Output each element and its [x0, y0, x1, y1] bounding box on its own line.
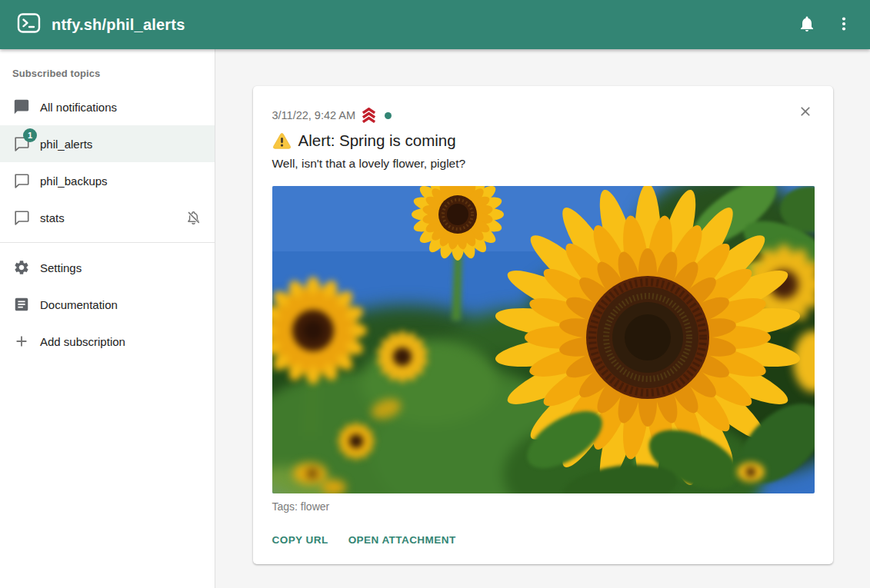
- sidebar-item-label: All notifications: [40, 101, 202, 114]
- sidebar-item-label: phil_backups: [40, 174, 202, 188]
- sidebar-item-all-notifications[interactable]: All notifications: [0, 88, 215, 125]
- notification-tags: Tags: flower: [272, 500, 815, 513]
- notifications-icon: [798, 15, 816, 35]
- settings-gear-icon: [12, 258, 31, 277]
- unread-count-badge: 1: [23, 128, 37, 142]
- notification-body: Well, isn't that a lovely flower, piglet…: [272, 155, 815, 171]
- notification-card: 3/11/22, 9:42 AM: [253, 86, 833, 564]
- terminal-icon: [17, 12, 41, 37]
- notification-title-row: Alert: Spring is coming: [272, 130, 815, 151]
- unread-dot: [385, 112, 392, 119]
- sidebar: Subscribed topics All notifications 1 ph…: [0, 49, 215, 588]
- close-notification-button[interactable]: [790, 97, 821, 128]
- copy-url-button[interactable]: COPY URL: [272, 531, 328, 549]
- sidebar-item-settings[interactable]: Settings: [0, 249, 215, 286]
- sidebar-item-phil-alerts[interactable]: 1 phil_alerts: [0, 125, 215, 162]
- app-header-left: ntfy.sh/phil_alerts: [17, 12, 185, 37]
- close-icon: [798, 104, 813, 121]
- ntfy-app: ntfy.sh/phil_alerts Subscri: [0, 0, 870, 588]
- sidebar-item-label: stats: [40, 211, 175, 224]
- sidebar-item-phil-backups[interactable]: phil_backups: [0, 162, 215, 199]
- overflow-menu-button[interactable]: [825, 6, 862, 43]
- notification-title: Alert: Spring is coming: [298, 130, 456, 151]
- warning-emoji: [272, 132, 292, 150]
- sidebar-item-documentation[interactable]: Documentation: [0, 286, 215, 323]
- sidebar-item-add-subscription[interactable]: Add subscription: [0, 323, 215, 360]
- chat-bubble-outline-icon: [12, 208, 31, 227]
- sidebar-divider: [0, 242, 215, 243]
- chat-bubble-filled-icon: [12, 98, 31, 116]
- notifications-button[interactable]: [788, 6, 825, 43]
- chat-bubble-outline-icon: [12, 171, 31, 190]
- notification-meta-row: 3/11/22, 9:42 AM: [272, 108, 815, 123]
- sidebar-item-stats[interactable]: stats: [0, 199, 215, 236]
- sidebar-item-label: Settings: [40, 261, 202, 274]
- main-content: 3/11/22, 9:42 AM: [215, 49, 870, 588]
- notifications-off-icon: [184, 208, 202, 227]
- sidebar-item-label: phil_alerts: [40, 138, 202, 151]
- attachment-image[interactable]: [272, 186, 815, 493]
- subscribed-topics-caption: Subscribed topics: [0, 55, 215, 88]
- sidebar-item-label: Add subscription: [40, 335, 202, 348]
- article-icon: [12, 295, 31, 314]
- app-title: ntfy.sh/phil_alerts: [52, 16, 185, 34]
- app-shell: Subscribed topics All notifications 1 ph…: [0, 49, 870, 588]
- notification-actions: COPY URL OPEN ATTACHMENT: [272, 531, 815, 549]
- app-header: ntfy.sh/phil_alerts: [0, 0, 870, 49]
- sidebar-item-label: Documentation: [40, 298, 202, 311]
- priority-max-icon: [361, 108, 377, 123]
- plus-icon: [12, 332, 31, 350]
- notification-timestamp: 3/11/22, 9:42 AM: [272, 109, 356, 121]
- app-header-right: [788, 6, 862, 43]
- chat-bubble-outline-icon: 1: [12, 135, 31, 153]
- kebab-menu-icon: [835, 15, 853, 35]
- open-attachment-button[interactable]: OPEN ATTACHMENT: [348, 531, 456, 549]
